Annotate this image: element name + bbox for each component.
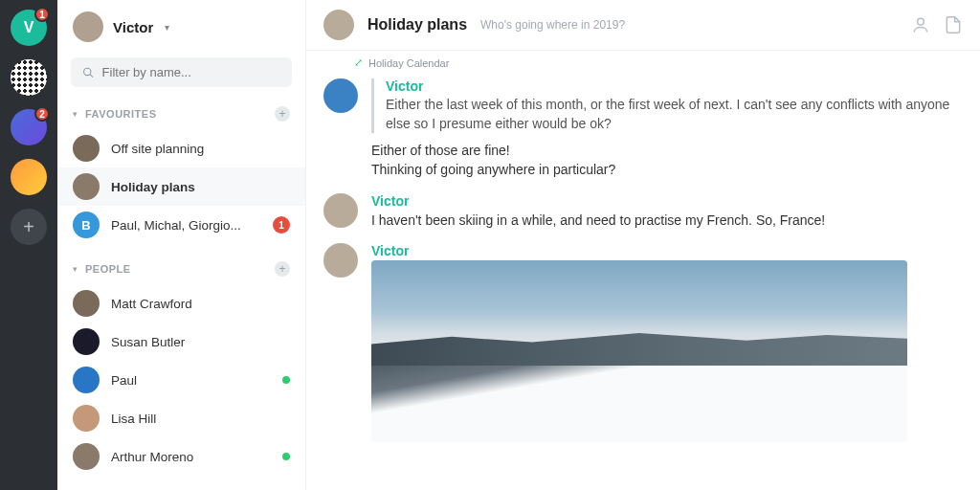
svg-line-1 xyxy=(90,74,93,77)
sidebar: Victor ▾ ▾ FAVOURITES + Off site plannin… xyxy=(57,0,306,490)
filter-container xyxy=(71,57,292,87)
filter-input[interactable] xyxy=(102,65,280,79)
user-switcher[interactable]: Victor ▾ xyxy=(57,0,305,54)
add-favourite-button[interactable]: + xyxy=(275,106,290,122)
workspace-rail: V 1 2 + xyxy=(0,0,57,490)
sidebar-item-person[interactable]: Arthur Moreno xyxy=(57,437,305,476)
chat-header: Holiday plans Who's going where in 2019? xyxy=(306,0,980,51)
add-person-button[interactable]: + xyxy=(275,261,290,277)
svg-point-0 xyxy=(84,68,91,75)
person-avatar xyxy=(73,405,100,432)
room-label: Paul, Michal, Giorgio... xyxy=(111,218,261,233)
favourites-header[interactable]: ▾ FAVOURITES + xyxy=(57,99,305,129)
person-avatar xyxy=(73,290,100,317)
sender-avatar[interactable] xyxy=(323,193,358,228)
image-attachment[interactable] xyxy=(371,260,907,442)
quoted-message: Victor Either the last week of this mont… xyxy=(371,78,963,133)
workspace-item-2[interactable] xyxy=(11,59,47,96)
room-avatar: B xyxy=(73,212,100,238)
person-label: Matt Crawford xyxy=(111,297,290,311)
search-icon xyxy=(82,66,95,79)
chat-subtitle: Who's going where in 2019? xyxy=(480,18,625,32)
attachment-chip[interactable]: ⤢ Holiday Calendar xyxy=(354,56,963,69)
user-avatar xyxy=(73,11,103,42)
workspace-avatar xyxy=(11,159,47,195)
section-title: PEOPLE xyxy=(85,263,275,275)
workspace-avatar xyxy=(11,59,47,96)
person-avatar xyxy=(73,367,100,393)
chat-title: Holiday plans xyxy=(368,16,467,33)
sidebar-item-offsite[interactable]: Off site planning xyxy=(57,129,305,167)
room-avatar xyxy=(73,135,100,162)
message-author: Victor xyxy=(371,243,963,258)
sender-avatar[interactable] xyxy=(323,78,358,113)
message-text: Either of those are fine! xyxy=(371,141,963,160)
attachment-label: Holiday Calendar xyxy=(368,57,449,69)
message-text: Thinking of going anywhere in particular… xyxy=(371,160,963,179)
room-label: Off site planning xyxy=(111,142,290,156)
person-label: Susan Butler xyxy=(111,335,290,349)
workspace-item-4[interactable] xyxy=(11,159,47,195)
chevron-down-icon: ▾ xyxy=(165,22,169,33)
add-workspace-button[interactable]: + xyxy=(11,209,47,245)
sidebar-item-person[interactable]: Lisa Hill xyxy=(57,399,305,437)
message: Victor I haven't been skiing in a while,… xyxy=(323,193,963,230)
message: Victor xyxy=(323,243,963,442)
message-author: Victor xyxy=(371,193,963,209)
presence-dot xyxy=(282,453,290,460)
person-label: Lisa Hill xyxy=(111,412,290,426)
workspace-item-victor[interactable]: V 1 xyxy=(11,10,47,46)
message-list: Victor Either the last week of this mont… xyxy=(306,78,980,490)
message: Victor Either the last week of this mont… xyxy=(323,78,963,180)
workspace-badge: 2 xyxy=(34,106,50,122)
files-icon[interactable] xyxy=(944,15,963,34)
presence-dot xyxy=(282,376,290,384)
room-avatar xyxy=(73,173,100,200)
message-text: I haven't been skiing in a while, and ne… xyxy=(371,211,963,230)
sidebar-item-person[interactable]: Paul xyxy=(57,361,305,399)
unread-badge: 1 xyxy=(273,216,290,234)
person-label: Arthur Moreno xyxy=(111,450,271,464)
quote-author: Victor xyxy=(386,78,963,94)
people-header[interactable]: ▾ PEOPLE + xyxy=(57,254,305,284)
sidebar-item-holiday-plans[interactable]: Holiday plans xyxy=(57,167,305,206)
chat-panel: Holiday plans Who's going where in 2019?… xyxy=(306,0,980,490)
sender-avatar[interactable] xyxy=(323,243,358,278)
chevron-down-icon: ▾ xyxy=(73,109,78,119)
sidebar-item-person[interactable]: Matt Crawford xyxy=(57,284,305,323)
room-avatar xyxy=(323,10,354,40)
person-avatar xyxy=(73,328,100,355)
members-icon[interactable] xyxy=(911,15,930,34)
sidebar-item-group-chat[interactable]: B Paul, Michal, Giorgio... 1 xyxy=(57,206,305,244)
quote-text: Either the last week of this month, or t… xyxy=(386,96,963,133)
person-label: Paul xyxy=(111,373,271,388)
sidebar-item-person[interactable]: Susan Butler xyxy=(57,323,305,361)
svg-point-2 xyxy=(918,18,924,25)
section-title: FAVOURITES xyxy=(85,108,275,120)
chevron-down-icon: ▾ xyxy=(73,264,78,274)
workspace-badge: 1 xyxy=(34,7,50,22)
workspace-item-3[interactable]: 2 xyxy=(11,109,47,145)
room-label: Holiday plans xyxy=(111,180,290,194)
expand-icon: ⤢ xyxy=(354,56,363,69)
person-avatar xyxy=(73,443,100,470)
user-name: Victor xyxy=(113,19,153,35)
